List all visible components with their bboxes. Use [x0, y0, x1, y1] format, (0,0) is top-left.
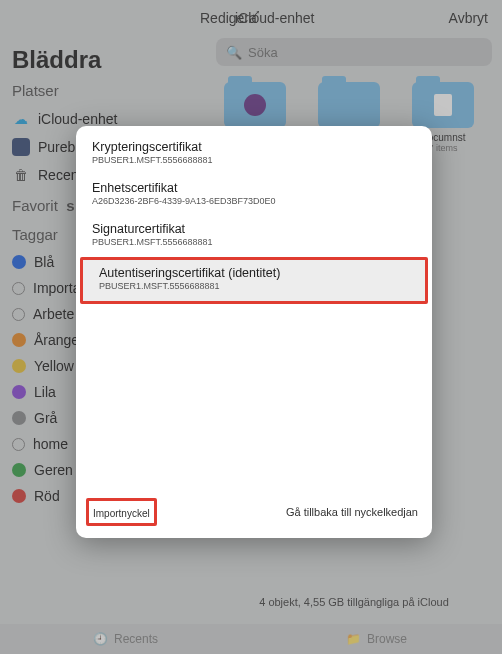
cert-sub: PBUSER1.MSFT.5556688881 [92, 155, 416, 165]
tab-browse[interactable]: 📁 Browse [251, 624, 502, 654]
tag-label: Årange [34, 332, 79, 348]
tag-label: Grå [34, 410, 57, 426]
storage-status: 4 objekt, 4,55 GB tillgängliga på iCloud [210, 596, 498, 608]
tag-label: Importa [33, 280, 80, 296]
certificate-item-signature[interactable]: Signaturcertifikat PBUSER1.MSFT.55566888… [76, 216, 432, 257]
tag-color-icon [12, 385, 26, 399]
tag-label: Röd [34, 488, 60, 504]
tag-color-icon [12, 411, 26, 425]
cert-sub: PBUSER1.MSFT.5556688881 [99, 281, 409, 291]
tag-color-icon [12, 463, 26, 477]
certificate-item-device[interactable]: Enhetscertifikat A26D3236-2BF6-4339-9A13… [76, 175, 432, 216]
search-icon: 🔍 [226, 45, 242, 60]
cert-title: Enhetscertifikat [92, 181, 416, 195]
topbar: Redigera ⤢ iCloud-enhet Avbryt [0, 0, 502, 36]
certificate-modal: Krypteringscertifikat PBUSER1.MSFT.55566… [76, 126, 432, 538]
clock-icon: 🕘 [93, 632, 108, 646]
certificate-list: Krypteringscertifikat PBUSER1.MSFT.55566… [76, 126, 432, 304]
section-locations: Platser [12, 82, 198, 99]
app-icon [12, 138, 30, 156]
bottom-tabs: 🕘 Recents 📁 Browse [0, 624, 502, 654]
tag-label: Yellow [34, 358, 74, 374]
tag-label: Lila [34, 384, 56, 400]
highlight-selected: Autentiseringscertifikat (identitet) PBU… [80, 257, 428, 304]
cloud-icon: ☁︎ [12, 110, 30, 128]
modal-footer: Importnyckel Gå tillbaka till nyckelkedj… [76, 488, 432, 538]
tab-label: Recents [114, 632, 158, 646]
cancel-button[interactable]: Avbryt [449, 10, 488, 26]
tag-color-icon [12, 438, 25, 451]
tag-color-icon [12, 255, 26, 269]
trash-icon: 🗑 [12, 166, 30, 184]
folder-badge-icon [244, 94, 266, 116]
highlight-import: Importnyckel [86, 498, 157, 526]
import-key-button[interactable]: Importnyckel [93, 508, 150, 519]
tag-color-icon [12, 359, 26, 373]
sidebar-item-label: Purebr [38, 139, 80, 155]
tag-color-icon [12, 489, 26, 503]
page-title: iCloud-enhet [235, 10, 314, 26]
document-icon [434, 94, 452, 116]
tab-recents[interactable]: 🕘 Recents [0, 624, 251, 654]
cert-title: Autentiseringscertifikat (identitet) [99, 266, 409, 280]
search-input[interactable] [248, 45, 482, 60]
tag-label: home [33, 436, 68, 452]
certificate-item-encryption[interactable]: Krypteringscertifikat PBUSER1.MSFT.55566… [76, 134, 432, 175]
tag-label: Geren [34, 462, 73, 478]
cert-sub: PBUSER1.MSFT.5556688881 [92, 237, 416, 247]
browse-heading: Bläddra [12, 46, 200, 74]
tab-label: Browse [367, 632, 407, 646]
tag-label: Blå [34, 254, 54, 270]
cert-title: Krypteringscertifikat [92, 140, 416, 154]
cert-title: Signaturcertifikat [92, 222, 416, 236]
tag-color-icon [12, 333, 26, 347]
sidebar-item-label: iCloud-enhet [38, 111, 117, 127]
certificate-item-authentication[interactable]: Autentiseringscertifikat (identitet) PBU… [83, 260, 425, 301]
tag-label: Arbete [33, 306, 74, 322]
folder-icon: 📁 [346, 632, 361, 646]
tag-color-icon [12, 308, 25, 321]
tag-color-icon [12, 282, 25, 295]
search-bar[interactable]: 🔍 [216, 38, 492, 66]
cert-sub: A26D3236-2BF6-4339-9A13-6ED3BF73D0E0 [92, 196, 416, 206]
back-to-keychain-button[interactable]: Gå tillbaka till nyckelkedjan [286, 506, 418, 518]
